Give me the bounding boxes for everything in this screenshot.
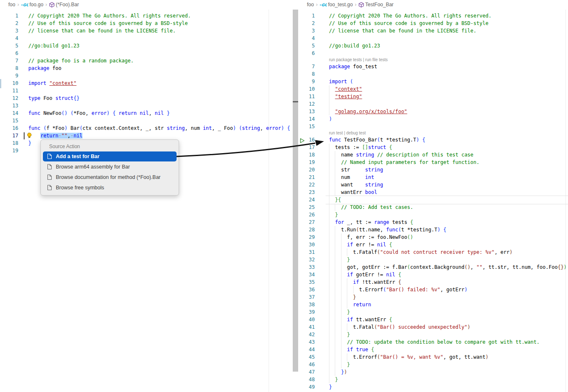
line-number: 20 bbox=[298, 166, 315, 174]
code-line[interactable]: 8 bbox=[298, 70, 568, 78]
code-line[interactable]: 9 bbox=[0, 72, 293, 79]
code-line[interactable]: 28 t.Run(tt.name, func(t *testing.T) { bbox=[298, 226, 568, 233]
code-line[interactable]: 33 got, gotErr := f.Bar(context.Backgrou… bbox=[298, 263, 568, 271]
breadcrumb-symbol[interactable]: TestFoo_Bar bbox=[359, 2, 394, 7]
code-line[interactable]: 24 }{ bbox=[298, 196, 568, 203]
code-line[interactable]: 47 }) bbox=[298, 368, 568, 376]
menu-item-label: Browse free symbols bbox=[56, 185, 104, 191]
code-line[interactable]: 2// Use of this source code is governed … bbox=[298, 20, 568, 27]
code-line[interactable]: 17 tests := []struct { bbox=[298, 144, 568, 151]
code-line[interactable]: 29 f, err := foo.NewFoo() bbox=[298, 233, 568, 241]
code-line[interactable]: 42 } bbox=[298, 331, 568, 338]
code-line[interactable]: 3// license that can be found in the LIC… bbox=[0, 27, 293, 35]
code-line[interactable]: 12type Foo struct{} bbox=[0, 94, 293, 102]
breadcrumb-file[interactable]: GO foo.go bbox=[21, 2, 43, 7]
code-line[interactable]: 23 wantErr bool bbox=[298, 189, 568, 196]
codelens-link[interactable]: run test | debug test bbox=[329, 130, 366, 136]
breadcrumb-folder[interactable]: foo bbox=[8, 2, 15, 7]
code-line[interactable]: 14) bbox=[298, 115, 568, 123]
line-number: 13 bbox=[298, 108, 315, 115]
menu-item-browse-free-symbols[interactable]: Browse free symbols bbox=[43, 183, 177, 193]
code-line[interactable]: 7package foo_test bbox=[298, 63, 568, 70]
code-line[interactable]: 31 t.Fatalf("could not contruct receiver… bbox=[298, 248, 568, 256]
lightbulb-icon[interactable] bbox=[26, 132, 32, 140]
code-line[interactable]: 38 return bbox=[298, 301, 568, 308]
line-number: 25 bbox=[298, 203, 315, 211]
code-line[interactable]: 13 "golang.org/x/tools/foo" bbox=[298, 108, 568, 115]
breadcrumb-symbol[interactable]: (*Foo).Bar bbox=[49, 2, 79, 7]
code-line[interactable]: 30 if err != nil { bbox=[298, 241, 568, 248]
code-line[interactable]: 41 t.Fatal("Bar() succeeded unexpectedly… bbox=[298, 323, 568, 331]
code-line[interactable]: 7// package foo is a random package. bbox=[0, 57, 293, 65]
menu-item-browse-documentation-for-method-foo-bar[interactable]: Browse documentation for method (*Foo).B… bbox=[43, 172, 177, 182]
code-line[interactable]: 27 for _, tt := range tests { bbox=[298, 218, 568, 226]
code-line[interactable]: 6 bbox=[298, 50, 568, 57]
line-number: 37 bbox=[298, 293, 315, 301]
code-line[interactable]: 10import "context" bbox=[0, 79, 293, 87]
line-number: 38 bbox=[298, 301, 315, 308]
code-line[interactable]: 25 // TODO: Add test cases. bbox=[298, 203, 568, 211]
line-number: 19 bbox=[298, 159, 315, 166]
breadcrumb-folder[interactable]: foo bbox=[307, 2, 314, 7]
code-line[interactable]: 12 bbox=[298, 100, 568, 108]
line-number: 35 bbox=[298, 278, 315, 286]
menu-item-browse-arm64-assembly-for-bar[interactable]: Browse arm64 assembly for Bar bbox=[43, 162, 177, 172]
code-line[interactable]: 43 // TODO: update the condition below t… bbox=[298, 338, 568, 346]
code-line[interactable]: 44 if true { bbox=[298, 346, 568, 353]
code-line[interactable]: 19 // Named input parameters for target … bbox=[298, 159, 568, 166]
code-line[interactable]: 5//go:build go1.23 bbox=[0, 42, 293, 50]
code-line[interactable]: 14func NewFoo() (*Foo, error) { return n… bbox=[0, 109, 293, 117]
code-line[interactable]: 11 bbox=[0, 87, 293, 94]
line-number: 14 bbox=[298, 115, 315, 123]
code-line[interactable]: 22 want string bbox=[298, 181, 568, 189]
code-line[interactable]: 32 } bbox=[298, 256, 568, 263]
code-line[interactable]: 4 bbox=[0, 35, 293, 42]
code-line[interactable]: 26 } bbox=[298, 211, 568, 218]
code-line[interactable]: 40 if tt.wantErr { bbox=[298, 316, 568, 323]
code-line[interactable]: 11 "testing" bbox=[298, 93, 568, 100]
code-line[interactable]: 6 bbox=[0, 50, 293, 57]
editor-pane-foo-go: foo › GO foo.go › (*Foo).Bar 1// Copyrig… bbox=[0, 0, 293, 392]
code-line[interactable]: 15 bbox=[298, 123, 568, 130]
code-line[interactable]: 4 bbox=[298, 35, 568, 42]
line-number: 3 bbox=[298, 27, 315, 35]
line-number: 39 bbox=[298, 308, 315, 316]
code-line[interactable]: 16func (f *Foo) Bar(ctx context.Context,… bbox=[0, 124, 293, 132]
code-line[interactable]: 5//go:build go1.23 bbox=[298, 42, 568, 50]
code-line[interactable]: 46 } bbox=[298, 361, 568, 368]
code-line[interactable]: 48 } bbox=[298, 376, 568, 383]
line-number: 12 bbox=[0, 94, 18, 102]
codelens-link[interactable]: run package tests | run file tests bbox=[329, 57, 388, 63]
line-number: 28 bbox=[298, 226, 315, 233]
menu-item-add-a-test-for-bar[interactable]: Add a test for Bar bbox=[43, 151, 177, 161]
code-line[interactable]: 21 num int bbox=[298, 174, 568, 181]
line-number: 33 bbox=[298, 263, 315, 271]
code-line[interactable]: 16func TestFoo_Bar(t *testing.T) { bbox=[298, 136, 568, 144]
code-line[interactable]: 10 "context" bbox=[298, 85, 568, 93]
code-line[interactable]: 15 bbox=[0, 117, 293, 124]
code-line[interactable]: 1// Copyright 2020 The Go Authors. All r… bbox=[298, 12, 568, 20]
line-number: 41 bbox=[298, 323, 315, 331]
breadcrumb-file[interactable]: GO foo_test.go bbox=[320, 2, 353, 7]
code-line[interactable]: 1// Copyright 2020 The Go Authors. All r… bbox=[0, 12, 293, 20]
code-line[interactable]: 17 return·"",·nil bbox=[0, 132, 293, 139]
code-line[interactable]: 3// license that can be found in the LIC… bbox=[298, 27, 568, 35]
line-number: 2 bbox=[298, 20, 315, 27]
code-line[interactable]: 18 name string // description of this te… bbox=[298, 151, 568, 159]
code-line[interactable]: 49} bbox=[298, 383, 568, 391]
code-line[interactable]: 8package foo bbox=[0, 65, 293, 72]
line-number: 9 bbox=[298, 78, 315, 85]
new-file-icon bbox=[47, 164, 52, 170]
code-line[interactable]: 20 str string bbox=[298, 166, 568, 174]
code-line[interactable]: 9import ( bbox=[298, 78, 568, 85]
code-line[interactable]: 37 } bbox=[298, 293, 568, 301]
code-line[interactable]: 45 t.Errorf("Bar() = %v, want %v", got, … bbox=[298, 353, 568, 361]
scrollbar[interactable] bbox=[293, 10, 298, 372]
code-line[interactable]: 39 } bbox=[298, 308, 568, 316]
code-line[interactable]: 35 if !tt.wantErr { bbox=[298, 278, 568, 286]
code-line[interactable]: 34 if gotErr != nil { bbox=[298, 271, 568, 278]
code-line[interactable]: 13 bbox=[0, 102, 293, 109]
code-line[interactable]: 36 t.Errorf("Bar() failed: %v", gotErr) bbox=[298, 286, 568, 293]
line-number: 11 bbox=[0, 87, 18, 94]
code-line[interactable]: 2// Use of this source code is governed … bbox=[0, 20, 293, 27]
